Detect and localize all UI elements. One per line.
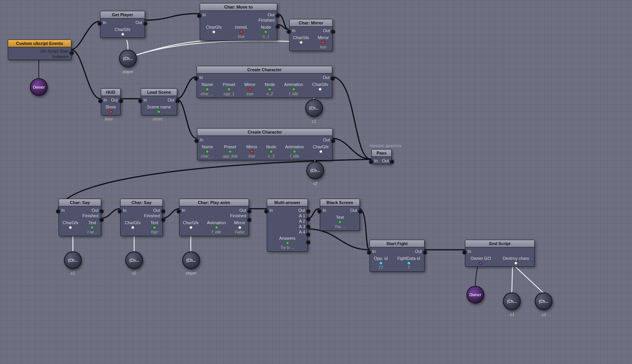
node-start-fight[interactable]: Start Fight InOut Opp. id77 FightData id…	[370, 240, 425, 272]
node-multi-answer[interactable]: Multi-answer In Out A 1 A 2 A 3 A 4 Answ…	[267, 199, 308, 252]
node-create-char-2[interactable]: Create Character In Out Namechar_... Pre…	[197, 128, 333, 160]
bubble-label: player	[180, 271, 203, 275]
bubble-owner-1[interactable]: Owner	[30, 78, 48, 96]
node-get-player[interactable]: Get Player In Out CharGfx	[100, 11, 145, 38]
node-custom-events[interactable]: Custom uScript Events On Script Start In…	[8, 39, 71, 60]
bubble-label: c1	[501, 312, 524, 317]
node-title: Custom uScript Events	[8, 40, 71, 47]
port-value: street	[152, 117, 162, 121]
node-black-screen[interactable]: Black Screen InOut TextYou ...	[320, 199, 360, 231]
annotation: Начало диалога	[370, 143, 402, 148]
bubble-label: player	[116, 70, 140, 74]
node-char-say-2[interactable]: Char: Say In Out Finished CharGfx TextYe…	[120, 199, 163, 236]
node-char-mirror[interactable]: Char: Mirror In Out CharGfx Mirrortrue	[289, 19, 333, 51]
port-value: false	[105, 117, 113, 121]
bubble-label: c1	[302, 119, 326, 124]
bubble-player[interactable]: (Ch...	[119, 50, 137, 67]
bubble-label: c2	[123, 271, 146, 275]
bubble-label: c2	[532, 312, 556, 317]
node-create-char-1[interactable]: Create Character In Out Namechar_... Pre…	[197, 66, 332, 98]
node-char-moveto[interactable]: Char: Move to In Out Finished CharGfx Im…	[200, 3, 277, 41]
node-hud[interactable]: HUD In Out Show	[101, 88, 121, 115]
bubble-say1-c1[interactable]: (Ch...	[64, 251, 82, 269]
bubble-end-c2[interactable]: (Ch...	[535, 292, 553, 310]
node-end-script[interactable]: End Script In Owner GO Destroy chars	[465, 240, 535, 267]
port-out: On Script Start	[41, 49, 69, 53]
bubble-c1[interactable]: (Ch...	[305, 99, 323, 117]
bubble-say2-c2[interactable]: (Ch...	[125, 251, 143, 269]
node-char-playanim[interactable]: Char: Play anim In Out Finished CharGfx …	[179, 199, 249, 236]
bubble-end-c1[interactable]: (Ch...	[503, 292, 521, 310]
bubble-label: c2	[304, 182, 327, 186]
node-char-say-1[interactable]: Char: Say In Out Finished CharGfx TextI …	[59, 199, 101, 236]
node-pass[interactable]: Pass In Out	[371, 149, 392, 164]
bubble-play-player[interactable]: (Ch...	[182, 251, 200, 269]
bubble-owner-2[interactable]: Owner	[466, 286, 484, 304]
port-instance: Instance	[41, 54, 69, 59]
node-load-scene[interactable]: Load Scene In Out Scene name	[141, 88, 177, 115]
bubble-c2[interactable]: (Ch...	[306, 161, 324, 179]
bubble-label: c1	[61, 271, 85, 275]
